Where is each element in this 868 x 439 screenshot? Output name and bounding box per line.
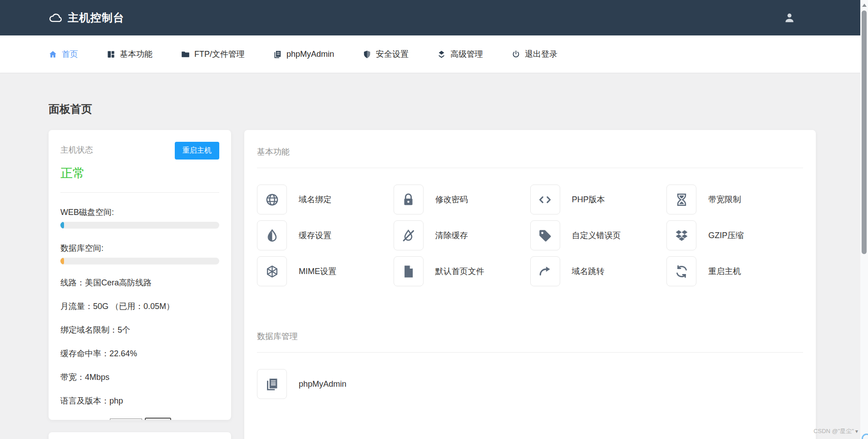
feature-label: 修改密码 bbox=[435, 194, 468, 205]
scrollbar-thumb[interactable] bbox=[862, 10, 867, 254]
cube-icon bbox=[257, 256, 287, 286]
database-book-icon bbox=[257, 369, 287, 399]
nav-item-phpmyadmin[interactable]: phpMyAdmin bbox=[273, 50, 334, 59]
cloud-icon bbox=[49, 11, 62, 25]
feature-label: 缓存设置 bbox=[299, 230, 331, 241]
nav-label: 高级管理 bbox=[450, 49, 483, 60]
php-version-switch-row: 切换php版本: php70 确定 bbox=[60, 418, 219, 420]
nav-label: 首页 bbox=[62, 49, 78, 60]
csdn-watermark: CSDN @"星尘" ▾ bbox=[814, 427, 858, 435]
divider bbox=[257, 168, 803, 168]
folder-icon bbox=[181, 50, 190, 59]
stat-line-domain-limit: 绑定域名限制：5个 bbox=[60, 324, 219, 335]
stat-line-bandwidth: 带宽：4Mbps bbox=[60, 372, 219, 383]
feature-mime-settings[interactable]: MIME设置 bbox=[257, 256, 394, 286]
nav-item-security[interactable]: 安全设置 bbox=[363, 49, 409, 60]
app-header: 主机控制台 bbox=[0, 0, 868, 35]
globe-icon bbox=[257, 185, 287, 215]
nav-label: 安全设置 bbox=[376, 49, 409, 60]
stat-line-monthly-traffic: 月流量：50G （已用：0.05M） bbox=[60, 301, 219, 312]
feature-gzip-compression[interactable]: GZIP压缩 bbox=[666, 220, 803, 250]
nav-item-ftp-files[interactable]: FTP/文件管理 bbox=[181, 49, 245, 60]
stat-line-route: 线路：美国Cera高防线路 bbox=[60, 277, 219, 288]
feature-restart-host[interactable]: 重启主机 bbox=[666, 256, 803, 286]
user-menu-button[interactable] bbox=[784, 12, 795, 24]
section-title: 基本功能 bbox=[257, 143, 803, 157]
basic-features-grid: 域名绑定 修改密码 PHP版本 bbox=[257, 185, 803, 286]
home-icon bbox=[49, 50, 57, 59]
tag-icon bbox=[530, 220, 560, 250]
database-progressbar bbox=[60, 258, 219, 264]
stat-line-language-version: 语言及版本：php bbox=[60, 395, 219, 406]
web-disk-usage: WEB磁盘空间: bbox=[60, 207, 219, 229]
feature-label: 清除缓存 bbox=[435, 230, 468, 241]
web-disk-progressbar bbox=[60, 222, 219, 229]
user-icon bbox=[784, 12, 795, 24]
web-disk-label: WEB磁盘空间: bbox=[60, 207, 219, 218]
feature-label: PHP版本 bbox=[572, 194, 605, 205]
power-icon bbox=[512, 50, 520, 59]
vertical-scrollbar[interactable] bbox=[860, 0, 868, 439]
stat-line-cache-hit-rate: 缓存命中率：22.64% bbox=[60, 348, 219, 359]
feature-label: 域名跳转 bbox=[572, 266, 605, 277]
section-title: 数据库管理 bbox=[257, 327, 803, 342]
code-icon bbox=[530, 185, 560, 215]
secondary-left-card bbox=[49, 432, 231, 439]
feature-phpmyadmin[interactable]: phpMyAdmin bbox=[257, 369, 394, 399]
redo-arrow-icon bbox=[530, 256, 560, 286]
nav-label: FTP/文件管理 bbox=[194, 49, 245, 60]
page-content: 面板首页 主机状态 重启主机 正常 WEB磁盘空间: 数据库空间: bbox=[49, 102, 816, 439]
chevron-down-icon: ▾ bbox=[855, 428, 858, 434]
section-basic-features: 基本功能 域名绑定 修改密码 bbox=[257, 143, 803, 286]
scrollbar-up-arrow-icon[interactable] bbox=[862, 4, 867, 7]
journal-icon bbox=[273, 50, 282, 59]
feature-domain-redirect[interactable]: 域名跳转 bbox=[530, 256, 667, 286]
nav-item-advanced[interactable]: 高级管理 bbox=[437, 49, 483, 60]
nav-label: 退出登录 bbox=[525, 49, 557, 60]
divider bbox=[60, 192, 219, 193]
nav-label: 基本功能 bbox=[120, 49, 153, 60]
feature-php-version[interactable]: PHP版本 bbox=[530, 185, 667, 215]
lock-icon bbox=[394, 185, 424, 215]
php-switch-confirm-button[interactable]: 确定 bbox=[145, 418, 171, 420]
droplet-slash-icon bbox=[394, 220, 424, 250]
restart-host-button[interactable]: 重启主机 bbox=[175, 142, 219, 160]
sync-icon bbox=[666, 256, 696, 286]
section-database: 数据库管理 phpMyAdmin bbox=[257, 327, 803, 399]
feature-label: GZIP压缩 bbox=[708, 230, 744, 241]
feature-label: 带宽限制 bbox=[708, 194, 741, 205]
feature-domain-binding[interactable]: 域名绑定 bbox=[257, 185, 394, 215]
feature-label: 域名绑定 bbox=[299, 194, 331, 205]
php-switch-label: 切换php版本: bbox=[60, 419, 109, 420]
dropbox-icon bbox=[666, 220, 696, 250]
feature-label: 重启主机 bbox=[708, 266, 741, 277]
nav-item-basic-features[interactable]: 基本功能 bbox=[107, 49, 153, 60]
main-nav: 首页 基本功能 FTP/文件管理 phpMyAdmin 安全设置 高级管理 退出… bbox=[0, 35, 868, 73]
nav-item-logout[interactable]: 退出登录 bbox=[512, 49, 557, 60]
app-title: 主机控制台 bbox=[68, 10, 124, 25]
feature-clear-cache[interactable]: 清除缓存 bbox=[394, 220, 530, 250]
php-version-select[interactable]: php70 bbox=[110, 419, 142, 420]
database-space-label: 数据库空间: bbox=[60, 243, 219, 254]
feature-change-password[interactable]: 修改密码 bbox=[394, 185, 530, 215]
database-usage: 数据库空间: bbox=[60, 243, 219, 264]
web-disk-progress-fill bbox=[60, 222, 64, 229]
feature-bandwidth-limit[interactable]: 带宽限制 bbox=[666, 185, 803, 215]
divider bbox=[257, 352, 803, 353]
watermark-text: CSDN @"星尘" bbox=[814, 427, 854, 435]
hourglass-icon bbox=[666, 185, 696, 215]
host-status-value: 正常 bbox=[60, 165, 219, 181]
feature-custom-error-page[interactable]: 自定义错误页 bbox=[530, 220, 667, 250]
host-status-card: 主机状态 重启主机 正常 WEB磁盘空间: 数据库空间: bbox=[49, 130, 231, 420]
feature-default-index-file[interactable]: 默认首页文件 bbox=[394, 256, 530, 286]
nav-item-home[interactable]: 首页 bbox=[49, 49, 78, 60]
status-column: 主机状态 重启主机 正常 WEB磁盘空间: 数据库空间: bbox=[49, 130, 231, 439]
features-card: 基本功能 域名绑定 修改密码 bbox=[244, 130, 816, 439]
layers-icon bbox=[437, 50, 446, 59]
shield-icon bbox=[363, 50, 371, 59]
grid-icon bbox=[107, 50, 115, 59]
feature-label: 自定义错误页 bbox=[572, 230, 621, 241]
feature-label: MIME设置 bbox=[299, 266, 336, 277]
feature-label: 默认首页文件 bbox=[435, 266, 484, 277]
feature-cache-settings[interactable]: 缓存设置 bbox=[257, 220, 394, 250]
